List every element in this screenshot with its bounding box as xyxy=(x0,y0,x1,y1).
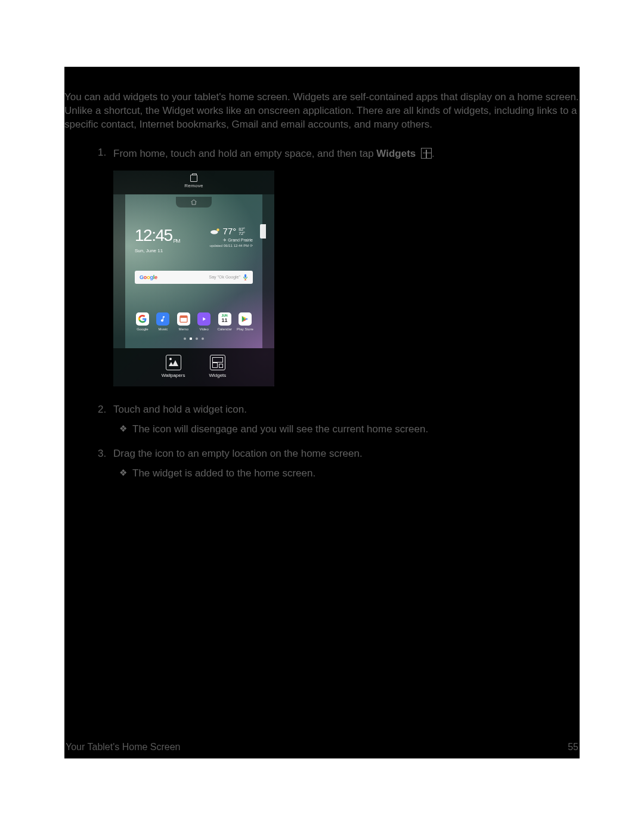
svg-point-0 xyxy=(216,228,219,231)
home-screen-panel: 12:45 PM Sun, June 11 xyxy=(125,198,262,343)
step-3: 3. Drag the icon to an empty location on… xyxy=(98,447,580,461)
page-number: 55 xyxy=(568,741,578,754)
previous-screen-peek xyxy=(113,194,125,348)
app-label: Play Store xyxy=(237,327,253,332)
temp-high: 82° xyxy=(239,227,245,231)
mic-icon xyxy=(243,274,248,281)
temp-low: 72° xyxy=(239,231,245,236)
intro-paragraph: You can add widgets to your tablet's hom… xyxy=(64,67,580,132)
memo-app-icon xyxy=(177,312,190,326)
step-number: 1. xyxy=(98,146,113,160)
svg-rect-6 xyxy=(180,315,187,317)
app-label: Google xyxy=(137,327,148,332)
screenshot-figure: Remove 12:45 xyxy=(113,171,274,386)
widgets-option-icon xyxy=(210,355,225,370)
widgets-option-label: Widgets xyxy=(209,373,226,379)
step-body: Drag the icon to an empty location on th… xyxy=(113,447,580,461)
app-label: Video xyxy=(200,327,209,332)
intro-text: You can add widgets to your tablet's hom… xyxy=(64,91,580,132)
step-body: From home, touch and hold an empty space… xyxy=(113,146,580,397)
google-search-bar: Google Say "Ok Google" xyxy=(135,271,253,284)
widgets-option: Widgets xyxy=(209,355,226,379)
time-ampm: PM xyxy=(174,237,180,244)
edge-panel-handle xyxy=(260,224,266,239)
step-2-sub: ❖ The icon will disengage and you will s… xyxy=(119,423,580,436)
weather-updated: updated 06/11 12:44 PM ⟳ xyxy=(210,243,253,248)
music-app-icon xyxy=(156,312,169,326)
footer-title: Your Tablet's Home Screen xyxy=(66,741,181,754)
app-dock: Google Music xyxy=(134,312,254,332)
app-calendar: JUN11 Calendar xyxy=(216,312,234,332)
cloud-sun-icon xyxy=(210,228,221,234)
step-2: 2. Touch and hold a widget icon. xyxy=(98,403,580,417)
step-number: 3. xyxy=(98,447,113,461)
wallpapers-icon xyxy=(166,355,181,370)
app-video: Video xyxy=(195,312,213,332)
time-value: 12:45 xyxy=(135,224,172,247)
search-hint: Say "Ok Google" xyxy=(209,274,240,280)
wallpapers-label: Wallpapers xyxy=(162,373,185,379)
trash-icon xyxy=(190,175,197,182)
wallpapers-option: Wallpapers xyxy=(162,355,185,379)
google-logo: Google xyxy=(140,274,157,281)
home-edit-options: Wallpapers Widgets xyxy=(113,348,274,386)
ordered-steps: 1. From home, touch and hold an empty sp… xyxy=(64,132,580,481)
playstore-app-icon xyxy=(239,312,252,326)
step-body: Touch and hold a widget icon. xyxy=(113,403,580,417)
app-playstore: Play Store xyxy=(236,312,254,332)
svg-point-1 xyxy=(210,230,218,234)
video-app-icon xyxy=(197,312,210,326)
app-label: Memo xyxy=(178,327,188,332)
sub-text: The widget is added to the home screen. xyxy=(132,467,580,481)
step-3-sub: ❖ The widget is added to the home screen… xyxy=(119,467,580,481)
bullet-icon: ❖ xyxy=(119,423,132,436)
app-music: Music xyxy=(154,312,172,332)
weather-location: ✈ Grand Prairie xyxy=(210,237,253,243)
page-footer: Your Tablet's Home Screen 55 xyxy=(64,741,580,754)
clock-weather-widget: 12:45 PM Sun, June 11 xyxy=(135,224,253,255)
next-screen-peek xyxy=(262,194,274,348)
app-label: Calendar xyxy=(217,327,231,332)
step1-pre: From home, touch and hold an empty space… xyxy=(113,148,376,159)
app-memo: Memo xyxy=(175,312,193,332)
google-app-icon xyxy=(136,312,149,326)
sub-text: The icon will disengage and you will see… xyxy=(132,423,580,436)
step-number: 2. xyxy=(98,403,113,417)
remove-bar: Remove xyxy=(113,171,274,194)
home-indicator xyxy=(176,197,212,208)
temperature: 77° xyxy=(223,225,237,237)
remove-label: Remove xyxy=(184,183,203,190)
widgets-icon xyxy=(421,148,432,159)
svg-rect-2 xyxy=(244,274,246,278)
weather-row: 77° 82° 72° xyxy=(210,225,253,237)
bullet-icon: ❖ xyxy=(119,467,132,481)
calendar-app-icon: JUN11 xyxy=(218,312,231,326)
clock-time: 12:45 PM xyxy=(135,224,179,247)
home-icon xyxy=(190,199,197,206)
app-google: Google xyxy=(134,312,151,332)
page-indicator xyxy=(125,337,262,340)
step1-bold: Widgets xyxy=(376,148,416,159)
step1-post: . xyxy=(432,148,435,159)
app-label: Music xyxy=(159,327,168,332)
clock-date: Sun, June 11 xyxy=(135,248,179,255)
step-1: 1. From home, touch and hold an empty sp… xyxy=(98,146,580,397)
